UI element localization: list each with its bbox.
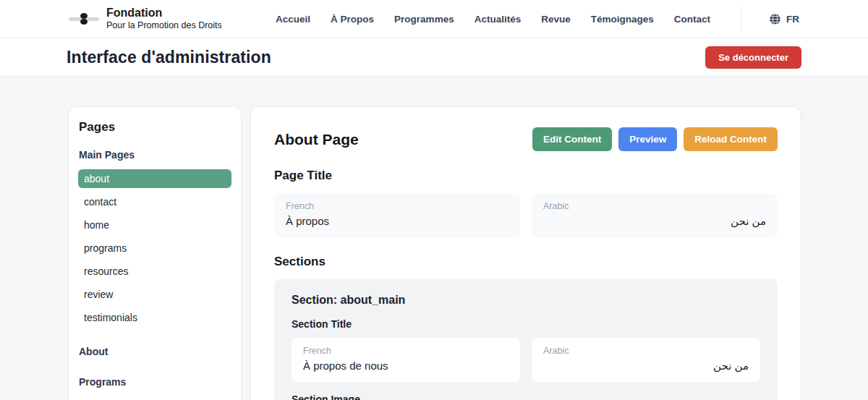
field-label-arabic: Arabic xyxy=(543,201,766,211)
section-title-fields: French À propos de nous Arabic من نحن xyxy=(292,338,760,382)
sidebar-title: Pages xyxy=(79,120,231,135)
field-label-french: French xyxy=(303,346,509,356)
admin-header: Interface d'administration Se déconnecte… xyxy=(0,38,868,77)
sections-heading: Sections xyxy=(274,255,778,269)
field-label-arabic: Arabic xyxy=(543,346,749,356)
page-title-fields: French À propos Arabic من نحن xyxy=(274,193,778,237)
nav-link-temoignages[interactable]: Témoignages xyxy=(591,14,654,25)
action-buttons: Edit Content Preview Reload Content xyxy=(532,127,778,151)
page-title-heading: Page Title xyxy=(274,169,778,183)
language-switcher[interactable]: FR xyxy=(769,13,799,25)
brand-title: Fondation xyxy=(106,7,222,20)
field-value-arabic: من نحن xyxy=(543,215,766,228)
sidebar-item-contact[interactable]: contact xyxy=(78,192,231,211)
nav-divider xyxy=(741,7,741,30)
section-name: Section: about_main xyxy=(292,294,760,307)
nav-link-revue[interactable]: Revue xyxy=(541,14,571,25)
sidebar-item-programs[interactable]: programs xyxy=(78,239,231,258)
sidebar-group-about[interactable]: About xyxy=(79,346,231,357)
page-title: Interface d'administration xyxy=(67,48,271,67)
panel-title: About Page xyxy=(274,131,359,148)
section-title-french-field[interactable]: French À propos de nous xyxy=(292,338,520,382)
field-label-french: French xyxy=(286,201,509,211)
nav-link-actualites[interactable]: Actualités xyxy=(475,14,522,25)
field-value-arabic: من نحن xyxy=(543,359,749,373)
brand-logo-icon xyxy=(69,11,99,27)
pages-sidebar: Pages Main Pages about contact home prog… xyxy=(69,107,241,400)
page-title-french-field[interactable]: French À propos xyxy=(274,193,520,237)
sidebar-item-review[interactable]: review xyxy=(78,285,231,304)
sidebar-group-programs[interactable]: Programs xyxy=(79,376,231,388)
top-navbar: Fondation Pour la Promotion des Droits A… xyxy=(0,0,868,38)
field-value-french: À propos xyxy=(286,215,509,227)
brand[interactable]: Fondation Pour la Promotion des Droits xyxy=(69,7,222,30)
about-page-panel: About Page Edit Content Preview Reload C… xyxy=(251,107,801,400)
preview-button[interactable]: Preview xyxy=(618,127,677,151)
logout-button[interactable]: Se déconnecter xyxy=(705,46,801,69)
sidebar-item-testimonials[interactable]: testimonials xyxy=(78,308,231,327)
nav-link-a-propos[interactable]: À Propos xyxy=(331,14,374,25)
section-image-heading: Section Image xyxy=(292,393,760,400)
nav-link-contact[interactable]: Contact xyxy=(674,14,710,25)
page-title-arabic-field[interactable]: Arabic من نحن xyxy=(532,193,778,237)
sidebar-item-resources[interactable]: resources xyxy=(78,262,231,281)
brand-subtitle: Pour la Promotion des Droits xyxy=(106,20,222,31)
field-value-french: À propos de nous xyxy=(303,359,509,372)
sidebar-group-main-pages: Main Pages xyxy=(79,149,231,161)
reload-content-button[interactable]: Reload Content xyxy=(684,127,778,151)
section-title-heading: Section Title xyxy=(292,318,760,330)
section-about-main-card: Section: about_main Section Title French… xyxy=(274,279,778,400)
sidebar-item-about[interactable]: about xyxy=(78,169,231,188)
globe-icon xyxy=(769,13,781,25)
edit-content-button[interactable]: Edit Content xyxy=(532,127,612,151)
sidebar-item-home[interactable]: home xyxy=(78,216,231,234)
language-label: FR xyxy=(786,14,799,25)
content-area: Pages Main Pages about contact home prog… xyxy=(0,77,868,400)
section-title-arabic-field[interactable]: Arabic من نحن xyxy=(532,338,760,382)
nav-link-programmes[interactable]: Programmes xyxy=(394,14,454,25)
nav-links: Accueil À Propos Programmes Actualités R… xyxy=(276,7,799,30)
nav-link-accueil[interactable]: Accueil xyxy=(276,14,310,25)
